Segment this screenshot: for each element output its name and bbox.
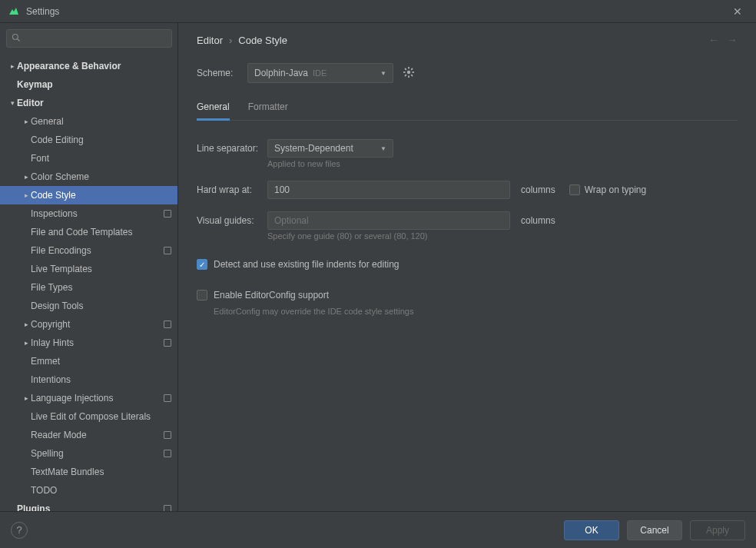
settings-content: Editor › Code Style ← → Scheme: Dolphin-…	[178, 23, 756, 511]
chevron-right-icon[interactable]: ▸	[22, 191, 31, 199]
svg-point-0	[13, 34, 18, 39]
tree-item-live-templates[interactable]: Live Templates	[0, 260, 177, 278]
tree-item-live-edit-of-compose-literals[interactable]: Live Edit of Compose Literals	[0, 407, 177, 426]
cancel-button[interactable]: Cancel	[627, 520, 682, 540]
tree-item-label: Copyright	[31, 319, 164, 330]
tree-item-editor[interactable]: ▾Editor	[0, 94, 177, 112]
nav-forward-icon[interactable]: →	[727, 34, 738, 46]
tree-item-label: Keymap	[17, 79, 171, 90]
chevron-right-icon[interactable]: ▸	[22, 394, 31, 402]
chevron-right-icon[interactable]: ▸	[22, 118, 31, 125]
breadcrumb: Editor › Code Style	[197, 35, 287, 46]
tree-item-textmate-bundles[interactable]: TextMate Bundles	[0, 463, 177, 481]
tree-item-design-tools[interactable]: Design Tools	[0, 297, 177, 315]
visual-guides-input[interactable]	[274, 215, 503, 226]
project-scope-badge-icon	[164, 394, 171, 402]
tree-item-inlay-hints[interactable]: ▸Inlay Hints	[0, 334, 177, 352]
ok-button[interactable]: OK	[564, 520, 619, 540]
tree-item-label: Live Templates	[31, 264, 171, 274]
nav-back-icon[interactable]: ←	[708, 34, 719, 46]
hard-wrap-label: Hard wrap at:	[197, 184, 267, 195]
visual-guides-field[interactable]	[267, 211, 510, 230]
chevron-right-icon[interactable]: ▸	[22, 320, 31, 328]
scheme-dropdown[interactable]: Dolphin-Java IDE ▼	[247, 63, 393, 83]
chevron-right-icon: ›	[229, 35, 232, 46]
hard-wrap-input[interactable]	[274, 184, 503, 195]
titlebar: Settings ✕	[0, 0, 756, 23]
wrap-on-typing-label: Wrap on typing	[585, 184, 647, 195]
tree-item-intentions[interactable]: Intentions	[0, 370, 177, 389]
visual-guides-label: Visual guides:	[197, 215, 267, 226]
tree-item-todo[interactable]: TODO	[0, 481, 177, 500]
scheme-label: Scheme:	[197, 68, 238, 78]
project-scope-badge-icon	[164, 431, 171, 439]
project-scope-badge-icon	[164, 505, 171, 511]
tree-item-label: Code Style	[31, 190, 171, 201]
wrap-on-typing-checkbox[interactable]	[569, 184, 580, 195]
tree-item-plugins[interactable]: Plugins	[0, 500, 177, 511]
tree-item-label: Inspections	[31, 208, 164, 219]
tree-item-label: Inlay Hints	[31, 337, 164, 348]
help-button[interactable]: ?	[11, 522, 28, 539]
tree-item-keymap[interactable]: Keymap	[0, 75, 177, 94]
tree-item-code-editing[interactable]: Code Editing	[0, 131, 177, 149]
line-separator-dropdown[interactable]: System-Dependent ▼	[267, 139, 393, 158]
tree-item-label: Emmet	[31, 356, 171, 367]
tree-item-label: Editor	[17, 98, 171, 108]
chevron-down-icon: ▼	[380, 70, 386, 77]
tree-item-reader-mode[interactable]: Reader Mode	[0, 426, 177, 444]
hard-wrap-field[interactable]	[267, 181, 510, 199]
tree-item-font[interactable]: Font	[0, 149, 177, 168]
enable-editorconfig-label: Enable EditorConfig support	[214, 290, 329, 301]
tree-item-inspections[interactable]: Inspections	[0, 204, 177, 223]
svg-line-8	[411, 75, 413, 76]
tree-item-emmet[interactable]: Emmet	[0, 352, 177, 370]
settings-sidebar: ▸Appearance & BehaviorKeymap▾Editor▸Gene…	[0, 23, 178, 511]
tree-item-file-and-code-templates[interactable]: File and Code Templates	[0, 223, 177, 241]
tab-general[interactable]: General	[197, 97, 230, 121]
project-scope-badge-icon	[164, 247, 171, 254]
window-title: Settings	[26, 6, 59, 17]
tree-item-spelling[interactable]: Spelling	[0, 444, 177, 463]
tree-item-code-style[interactable]: ▸Code Style	[0, 186, 177, 204]
scheme-ide-badge: IDE	[313, 68, 327, 78]
scheme-value: Dolphin-Java	[254, 68, 308, 78]
detect-indents-checkbox[interactable]: ✓	[197, 259, 207, 270]
tree-item-label: Code Editing	[31, 135, 171, 145]
project-scope-badge-icon	[164, 210, 171, 218]
svg-point-2	[407, 70, 410, 73]
chevron-right-icon[interactable]: ▸	[8, 62, 17, 70]
tree-item-color-scheme[interactable]: ▸Color Scheme	[0, 168, 177, 186]
editorconfig-hint: EditorConfig may override the IDE code s…	[214, 307, 738, 316]
enable-editorconfig-checkbox[interactable]	[197, 290, 207, 301]
chevron-right-icon[interactable]: ▸	[22, 173, 31, 181]
line-separator-value: System-Dependent	[274, 143, 353, 154]
tree-item-appearance-behavior[interactable]: ▸Appearance & Behavior	[0, 57, 177, 75]
tree-item-label: Reader Mode	[31, 430, 164, 440]
window-close-button[interactable]: ✕	[727, 2, 748, 21]
apply-button[interactable]: Apply	[690, 520, 745, 540]
project-scope-badge-icon	[164, 320, 171, 328]
tree-item-label: Plugins	[17, 503, 164, 511]
tree-item-label: File and Code Templates	[31, 227, 171, 237]
svg-line-1	[18, 38, 20, 41]
tree-item-label: Design Tools	[31, 301, 171, 311]
tab-formatter[interactable]: Formatter	[248, 97, 288, 120]
tree-item-label: File Encodings	[31, 245, 164, 256]
tree-item-file-encodings[interactable]: File Encodings	[0, 241, 177, 260]
dialog-footer: ? OK Cancel Apply	[0, 511, 756, 548]
app-icon	[8, 5, 20, 18]
chevron-right-icon[interactable]: ▸	[22, 339, 31, 347]
scheme-settings-gear-icon[interactable]	[403, 66, 415, 81]
tree-item-label: Appearance & Behavior	[17, 61, 171, 71]
tree-item-copyright[interactable]: ▸Copyright	[0, 315, 177, 334]
tree-item-general[interactable]: ▸General	[0, 112, 177, 131]
breadcrumb-editor[interactable]: Editor	[197, 35, 223, 46]
tree-item-file-types[interactable]: File Types	[0, 278, 177, 297]
tree-item-label: Live Edit of Compose Literals	[31, 411, 171, 422]
chevron-down-icon[interactable]: ▾	[8, 99, 17, 107]
settings-search[interactable]	[6, 29, 172, 48]
settings-search-input[interactable]	[24, 33, 167, 44]
tree-item-language-injections[interactable]: ▸Language Injections	[0, 389, 177, 407]
chevron-down-icon: ▼	[380, 145, 386, 152]
